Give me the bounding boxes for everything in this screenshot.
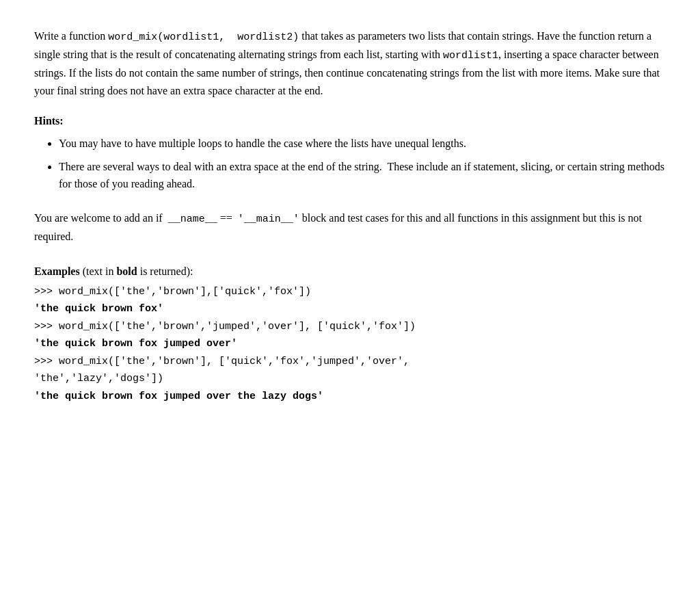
hints-section: Hints: You may have to have multiple loo… [34, 113, 666, 193]
examples-section: Examples (text in bold is returned): >>>… [34, 262, 666, 406]
if-block-paragraph: You are welcome to add an if __name__ ==… [34, 209, 666, 246]
name-variable: __name__ [168, 213, 217, 225]
example1-result: 'the quick brown fox' [34, 300, 666, 318]
hints-list: You may have to have multiple loops to h… [34, 135, 666, 193]
example2-call: >>> word_mix(['the','brown','jumped','ov… [34, 318, 666, 336]
example2-result: 'the quick brown fox jumped over' [34, 335, 666, 353]
examples-bold-header: Examples [34, 265, 80, 277]
example3-result: 'the quick brown fox jumped over the laz… [34, 388, 666, 406]
main-content: Write a function word_mix(wordlist1, wor… [34, 27, 666, 405]
example3-call-line2: 'the','lazy','dogs']) [34, 370, 666, 388]
example3-call-line1: >>> word_mix(['the','brown'], ['quick','… [34, 353, 666, 371]
hint-item-1: You may have to have multiple loops to h… [59, 135, 666, 153]
examples-header: Examples (text in bold is returned): [34, 262, 666, 280]
wordlist1-ref: wordlist1 [443, 50, 498, 62]
hint-item-2: There are several ways to deal with an e… [59, 158, 666, 193]
bold-word: bold [116, 265, 137, 277]
function-signature: word_mix(wordlist1, wordlist2) [108, 31, 299, 43]
example1-call: >>> word_mix(['the','brown'],['quick','f… [34, 283, 666, 301]
hints-title: Hints: [34, 113, 666, 129]
main-value: '__main__' [238, 213, 299, 225]
description-paragraph: Write a function word_mix(wordlist1, wor… [34, 27, 666, 99]
